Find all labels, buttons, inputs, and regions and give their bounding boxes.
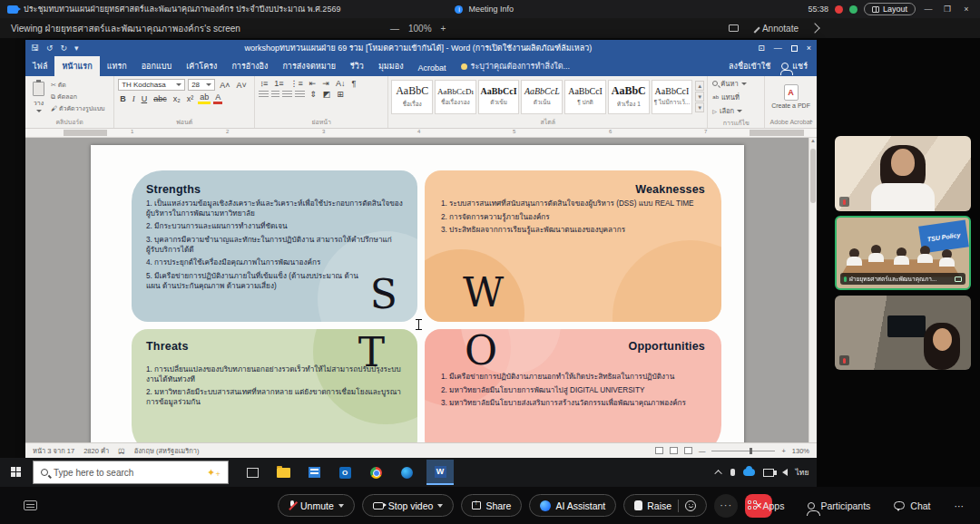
layout-button[interactable]: Layout	[864, 3, 916, 15]
align-center-button[interactable]	[271, 91, 279, 99]
stop-video-button[interactable]: Stop video	[362, 494, 455, 517]
onedrive-icon[interactable]	[743, 469, 755, 476]
copy-button[interactable]: ⧉ คัดลอก	[51, 92, 105, 102]
zoom-in-button[interactable]: +	[441, 24, 446, 34]
meeting-info-label[interactable]: Meeting Info	[468, 5, 514, 14]
taskbar-search[interactable]: Type here to search ✦₊	[33, 461, 229, 484]
vertical-scrollbar[interactable]: ▲	[808, 138, 817, 442]
tab-acrobat[interactable]: Acrobat	[411, 60, 454, 76]
video-options-chevron[interactable]	[437, 504, 443, 508]
shading-button[interactable]: ◩	[321, 90, 333, 99]
proofing-icon[interactable]: 🕮	[118, 447, 125, 455]
microsoft-store-button[interactable]	[303, 461, 325, 483]
styles-scroll-up[interactable]: ▲	[695, 81, 704, 91]
view-options-icon[interactable]	[729, 24, 739, 32]
styles-gallery-expand[interactable]: ▼	[695, 102, 704, 112]
speaker-icon[interactable]	[782, 469, 788, 476]
ai-assistant-button[interactable]: AI Assistant	[529, 494, 616, 517]
page-indicator[interactable]: หน้า 3 จาก 17	[33, 445, 74, 456]
style-normal[interactable]: AaBbCcI ¶ ปกติ	[564, 80, 606, 114]
collapse-ribbon-icon[interactable]: ⌃	[808, 120, 814, 127]
zoom-percent[interactable]: 130%	[792, 447, 809, 455]
video-tile-participant-3[interactable]	[835, 296, 971, 370]
numbering-button[interactable]: 1≡	[272, 79, 285, 88]
style-emphasis[interactable]: AaBbCcL ตัวเน้น	[521, 80, 563, 114]
share-screen-button[interactable]: Share	[461, 494, 522, 517]
tab-references[interactable]: การอ้างอิง	[224, 56, 275, 76]
select-button[interactable]: ▷เลือก	[712, 105, 760, 116]
file-explorer-button[interactable]	[272, 461, 294, 483]
word-minimize-button[interactable]: —	[774, 44, 782, 53]
save-icon[interactable]: 🖫	[31, 44, 39, 53]
replace-button[interactable]: abแทนที่	[712, 92, 760, 102]
increase-indent-button[interactable]: ⇥	[320, 79, 331, 88]
style-title[interactable]: AaBbC ชื่อเรื่อง	[391, 80, 433, 114]
tab-design[interactable]: ออกแบบ	[134, 56, 180, 76]
word-restore-button[interactable]	[791, 45, 798, 52]
ribbon-display-options-icon[interactable]: ⊡	[758, 44, 765, 53]
tab-file[interactable]: ไฟล์	[25, 56, 54, 76]
zoom-in-doc-button[interactable]: +	[781, 447, 785, 455]
multilevel-list-button[interactable]: ⋮≡	[289, 79, 305, 88]
minimize-button[interactable]: —	[922, 5, 935, 14]
borders-button[interactable]: ⊞	[335, 90, 346, 99]
align-right-button[interactable]	[282, 91, 292, 99]
unmute-button[interactable]: Unmute	[278, 494, 355, 517]
zoom-slider[interactable]	[711, 451, 775, 451]
qat-dropdown-icon[interactable]: ▾	[74, 44, 79, 53]
document-area[interactable]: Strengths 1. เป็นแหล่งรวมข้อมูลเชิงสังเค…	[25, 138, 817, 442]
more-options-button[interactable]: ···	[714, 494, 738, 518]
strikethrough-button[interactable]: abc	[152, 94, 169, 103]
underline-button[interactable]: U	[140, 94, 150, 103]
captions-icon[interactable]	[24, 500, 37, 510]
style-strong[interactable]: AaBbCcI ตัวเข้ม	[478, 80, 520, 114]
video-tile-active-speaker[interactable]: TSU Policy ฝ่ายยุทธศาสตร์และพัฒนาคุณภา..…	[835, 216, 971, 290]
zoom-out-button[interactable]: —	[390, 24, 399, 34]
reactions-icon[interactable]	[685, 500, 696, 511]
italic-button[interactable]: I	[131, 94, 137, 103]
webex-button[interactable]	[396, 461, 417, 483]
maximize-button[interactable]: ❐	[941, 5, 954, 14]
bold-button[interactable]: B	[118, 94, 128, 103]
keyboard-language[interactable]: ไทย	[796, 466, 809, 479]
tab-layout[interactable]: เค้าโครง	[179, 56, 224, 76]
decrease-indent-button[interactable]: ⇤	[308, 79, 318, 88]
style-no-spacing[interactable]: AaBbCcI ¶ ไม่มีการเว้...	[652, 80, 693, 114]
superscript-button[interactable]: x²	[185, 94, 196, 103]
cut-button[interactable]: ✂ ตัด	[51, 80, 105, 90]
zoom-out-doc-button[interactable]: —	[699, 447, 706, 455]
bullets-button[interactable]: ⁝≡	[259, 79, 270, 88]
video-tile-participant-1[interactable]	[835, 136, 971, 211]
tab-view[interactable]: มุมมอง	[371, 56, 411, 76]
tray-chevron-icon[interactable]	[714, 470, 721, 477]
more-right-button[interactable]: ···	[955, 500, 965, 511]
read-mode-button[interactable]	[655, 447, 663, 454]
pilcrow-button[interactable]: ¶	[349, 79, 358, 88]
language-indicator[interactable]: อังกฤษ (สหรัฐอเมริกา)	[134, 445, 200, 456]
tab-review[interactable]: รีวิว	[343, 56, 371, 76]
outlook-button[interactable]: O	[334, 461, 356, 483]
tab-home[interactable]: หน้าแรก	[54, 56, 99, 76]
style-heading1[interactable]: AaBbC หัวเรื่อง 1	[608, 80, 650, 114]
tab-mailings[interactable]: การส่งจดหมาย	[275, 56, 343, 76]
audio-options-chevron[interactable]	[338, 504, 344, 508]
chrome-button[interactable]	[365, 461, 387, 483]
chat-button[interactable]: Chat	[894, 500, 930, 511]
scrollbar-thumb[interactable]	[810, 149, 816, 203]
tray-mic-icon[interactable]	[730, 469, 735, 476]
meeting-info-icon[interactable]: i	[455, 5, 463, 14]
web-layout-button[interactable]	[684, 447, 692, 454]
horizontal-ruler[interactable]: 1 2 3 4 5 6 7	[25, 129, 817, 138]
create-pdf-button[interactable]: Create a PDF	[765, 84, 817, 109]
paste-button[interactable]: วาง	[29, 82, 48, 112]
annotate-button[interactable]: Annotate	[751, 24, 799, 34]
justify-button[interactable]	[295, 91, 305, 99]
apps-button[interactable]: Apps	[748, 500, 785, 511]
fullscreen-icon[interactable]	[809, 23, 819, 33]
start-button[interactable]	[0, 467, 33, 478]
font-name-combo[interactable]: TH Kodchasa	[118, 79, 185, 91]
close-button[interactable]: ×	[960, 5, 973, 14]
zoom-slider-knob[interactable]	[750, 448, 752, 454]
participants-button[interactable]: Participants	[808, 500, 870, 511]
word-taskbar-button[interactable]: W	[426, 460, 454, 485]
